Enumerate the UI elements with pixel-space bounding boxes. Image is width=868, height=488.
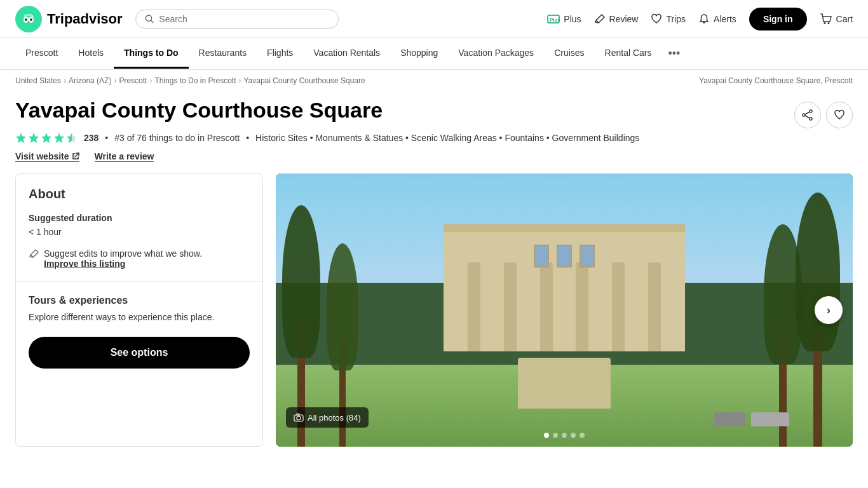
cart-icon [820, 13, 832, 25]
svg-text:Plus: Plus [550, 17, 560, 23]
tab-flights[interactable]: Flights [257, 39, 303, 69]
links-row: Visit website Write a review [15, 151, 853, 162]
separator-dot: • [105, 133, 108, 143]
separator-dot-2: • [246, 133, 249, 143]
signin-button[interactable]: Sign in [749, 8, 807, 30]
logo[interactable]: Tripadvisor [15, 6, 123, 32]
ranking: #3 of 76 things to do in Prescott [114, 133, 240, 143]
dot-2[interactable] [553, 433, 558, 438]
svg-point-11 [827, 22, 829, 24]
owl-icon [20, 11, 37, 27]
header: Tripadvisor Plus Plus Review [0, 0, 868, 38]
external-link-icon [72, 152, 79, 160]
logo-text: Tripadvisor [47, 11, 123, 27]
star-2 [28, 132, 39, 144]
visit-website-link[interactable]: Visit website [15, 151, 79, 162]
share-button[interactable] [794, 102, 821, 128]
camera-icon [294, 412, 304, 423]
content-layout: About Suggested duration < 1 hour Sugges… [15, 173, 853, 447]
tours-title: Tours & experiences [29, 295, 250, 306]
suggest-text: Suggest edits to improve what we show. [44, 248, 202, 259]
share-icon [802, 109, 813, 121]
svg-point-27 [297, 416, 301, 420]
breadcrumb-us[interactable]: United States [15, 76, 61, 85]
pen-icon [594, 13, 606, 25]
trips-link[interactable]: Trips [651, 13, 686, 25]
breadcrumb-attraction[interactable]: Yavapai County Courthouse Square [243, 76, 365, 85]
search-bar[interactable] [135, 10, 339, 29]
cart-label: Cart [836, 14, 853, 24]
alerts-link[interactable]: Alerts [698, 13, 736, 25]
write-review-label: Write a review [95, 151, 154, 161]
all-photos-button[interactable]: All photos (84) [286, 407, 369, 428]
dot-4[interactable] [571, 433, 576, 438]
next-photo-button[interactable]: › [815, 296, 843, 324]
star-4 [53, 132, 65, 144]
photo-dots [544, 433, 585, 438]
tours-section: Tours & experiences Explore different wa… [16, 282, 262, 381]
search-input[interactable] [159, 14, 329, 24]
search-icon [145, 14, 154, 24]
breadcrumb-right: Yavapai County Courthouse Square, Presco… [699, 76, 853, 85]
write-review-link[interactable]: Write a review [95, 151, 154, 162]
dot-3[interactable] [562, 433, 567, 438]
breadcrumb-left: United States › Arizona (AZ) › Prescott … [15, 76, 365, 85]
building [444, 224, 685, 351]
breadcrumb-things[interactable]: Things to Do in Prescott [154, 76, 236, 85]
bell-icon [698, 13, 710, 25]
dot-5[interactable] [580, 433, 585, 438]
review-link[interactable]: Review [594, 13, 639, 25]
tab-shopping[interactable]: Shopping [390, 39, 448, 69]
tab-vacation-rentals[interactable]: Vacation Rentals [303, 39, 390, 69]
about-title: About [29, 187, 250, 201]
logo-icon [15, 6, 42, 32]
tab-rental-cars[interactable]: Rental Cars [595, 39, 662, 69]
photo-panel: › All photos (84) [276, 173, 853, 447]
suggested-duration-value: < 1 hour [29, 227, 250, 237]
tab-vacation-packages[interactable]: Vacation Packages [448, 39, 544, 69]
photo-footer: All photos (84) [286, 407, 369, 428]
breadcrumb-sep-2: › [114, 76, 116, 85]
svg-line-16 [805, 116, 810, 118]
svg-marker-17 [16, 133, 26, 143]
breadcrumb-prescott[interactable]: Prescott [119, 76, 147, 85]
title-row: Yavapai County Courthouse Square [15, 98, 853, 128]
star-5-half [66, 132, 78, 144]
improve-listing-link[interactable]: Improve this listing [44, 259, 125, 269]
action-buttons [794, 102, 853, 128]
plus-label: Plus [564, 14, 581, 24]
tab-cruises[interactable]: Cruises [544, 39, 594, 69]
save-button[interactable] [826, 102, 853, 128]
more-tabs-icon[interactable]: ••• [662, 38, 687, 69]
tab-restaurants[interactable]: Restaurants [189, 39, 257, 69]
suggest-text-block: Suggest edits to improve what we show. I… [44, 248, 202, 269]
breadcrumb-sep-1: › [64, 76, 66, 85]
breadcrumb: United States › Arizona (AZ) › Prescott … [0, 70, 868, 92]
tab-things-to-do[interactable]: Things to Do [114, 39, 189, 69]
suggest-edits-row: Suggest edits to improve what we show. I… [29, 248, 250, 269]
review-count: 238 [84, 133, 98, 143]
dot-1[interactable] [544, 433, 549, 438]
rating-row: 238 • #3 of 76 things to do in Prescott … [15, 132, 853, 144]
plus-link[interactable]: Plus Plus [547, 14, 581, 24]
cars [714, 412, 789, 426]
svg-point-4 [27, 21, 30, 22]
star-1 [15, 132, 27, 144]
visit-website-label: Visit website [15, 151, 69, 161]
main-content: Yavapai County Courthouse Square [0, 92, 868, 459]
breadcrumb-az[interactable]: Arizona (AZ) [69, 76, 111, 85]
photo-area [276, 173, 853, 447]
tab-prescott[interactable]: Prescott [15, 39, 68, 69]
tab-hotels[interactable]: Hotels [68, 39, 114, 69]
stars [15, 132, 78, 144]
svg-point-14 [803, 114, 805, 116]
cart-link[interactable]: Cart [820, 13, 853, 25]
breadcrumb-sep-3: › [149, 76, 152, 85]
heart-icon [651, 13, 662, 25]
svg-point-13 [810, 118, 812, 120]
see-options-button[interactable]: See options [29, 337, 250, 369]
plus-icon: Plus [547, 14, 560, 24]
heart-save-icon [834, 109, 845, 121]
svg-line-24 [75, 153, 79, 157]
svg-line-15 [805, 112, 810, 114]
